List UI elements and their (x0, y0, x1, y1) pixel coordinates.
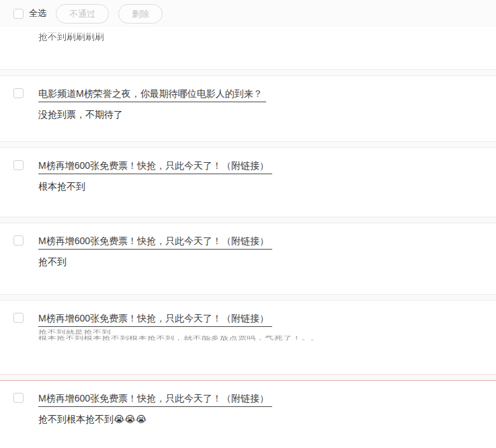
comment-text: 没抢到票，不期待了 (38, 108, 496, 121)
clipped-comment-line: 抢不到就是抢不到 (38, 329, 496, 335)
row-content: M榜再增600张免费票！快抢，只此今天了！（附链接） 抢不到根本抢不到😭😭😭 (38, 381, 496, 426)
row-separator (0, 69, 496, 76)
comment-row: M榜再增600张免费票！快抢，只此今天了！（附链接） 抢不到 (0, 223, 496, 294)
reject-button[interactable]: 不通过 (56, 4, 109, 24)
comment-text: 抢不到 (38, 255, 496, 268)
row-separator (0, 141, 496, 148)
row-checkbox[interactable] (13, 160, 24, 170)
row-content: M榜再增600张免费票！快抢，只此今天了！（附链接） 抢不到就是抢不到根本抢不到… (38, 301, 496, 350)
comment-text: 抢不到刷刷刷刷 (38, 30, 496, 43)
comment-row: 抢不到刷刷刷刷 (0, 27, 496, 69)
comment-row: 电影频道M榜荣誉之夜，你最期待哪位电影人的到来？ 没抢到票，不期待了 (0, 76, 496, 141)
thread-title-link[interactable]: M榜再增600张免费票！快抢，只此今天了！（附链接） (38, 392, 272, 407)
comment-row: M榜再增600张免费票！快抢，只此今天了！（附链接） 抢不到就是抢不到根本抢不到… (0, 301, 496, 374)
thread-title-link[interactable]: 电影频道M榜荣誉之夜，你最期待哪位电影人的到来？ (38, 87, 266, 102)
select-all-label: 全选 (29, 7, 46, 20)
row-content: M榜再增600张免费票！快抢，只此今天了！（附链接） 抢不到 (38, 223, 496, 268)
select-all-checkbox[interactable] (13, 9, 24, 19)
row-separator-highlighted (0, 374, 496, 381)
comment-text: 抢不到根本抢不到😭😭😭 (38, 412, 496, 426)
row-separator (0, 294, 496, 301)
delete-button[interactable]: 删除 (118, 4, 163, 24)
row-checkbox[interactable] (13, 235, 24, 246)
row-separator (0, 217, 496, 223)
row-checkbox[interactable] (13, 393, 24, 403)
comment-row: M榜再增600张免费票！快抢，只此今天了！（附链接） 抢不到根本抢不到😭😭😭 (0, 381, 496, 448)
row-content: 电影频道M榜荣誉之夜，你最期待哪位电影人的到来？ 没抢到票，不期待了 (38, 76, 496, 121)
comment-list: 抢不到刷刷刷刷 电影频道M榜荣誉之夜，你最期待哪位电影人的到来？ 没抢到票，不期… (0, 27, 496, 448)
comment-row: M榜再增600张免费票！快抢，只此今天了！（附链接） 根本抢不到 (0, 148, 496, 217)
thread-title-link[interactable]: M榜再增600张免费票！快抢，只此今天了！（附链接） (38, 235, 272, 250)
thread-title-link[interactable]: M榜再增600张免费票！快抢，只此今天了！（附链接） (38, 312, 272, 327)
clipped-comment-line: 根本抢不到根本抢不到根本抢不到，就不能多放点票吗，气死了！。。 (38, 335, 496, 341)
comment-text: 抢不到就是抢不到根本抢不到根本抢不到根本抢不到，就不能多放点票吗，气死了！。。 (38, 329, 496, 342)
row-checkbox[interactable] (13, 313, 24, 323)
comment-moderation-page: 全选 不通过 删除 抢不到刷刷刷刷 电影频道M榜荣誉之夜，你最期待哪位电影人的到… (0, 0, 496, 448)
row-content: 抢不到刷刷刷刷 (38, 27, 496, 43)
thread-title-link[interactable]: M榜再增600张免费票！快抢，只此今天了！（附链接） (38, 159, 272, 174)
row-content: M榜再增600张免费票！快抢，只此今天了！（附链接） 根本抢不到 (38, 148, 496, 193)
comment-text: 根本抢不到 (38, 180, 496, 193)
toolbar: 全选 不通过 删除 (0, 0, 496, 27)
row-checkbox[interactable] (13, 88, 24, 98)
